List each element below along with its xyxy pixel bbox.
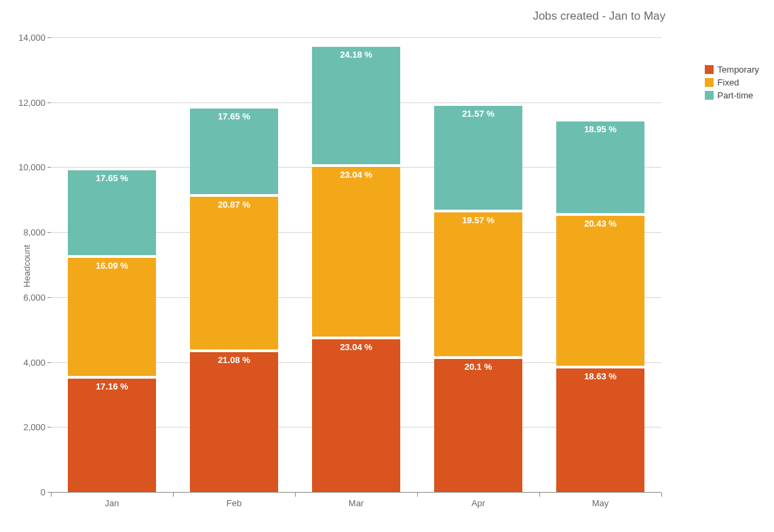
y-tick-label: 14,000 — [18, 33, 45, 43]
y-axis-label: Headcount — [22, 245, 32, 288]
bar-segment-label: 20.87 % — [190, 200, 278, 210]
bars-group: 17.16 %16.09 %17.65 %21.08 %20.87 %17.65… — [51, 37, 661, 492]
bar-column: 21.08 %20.87 %17.65 % — [190, 109, 278, 492]
legend-item-parttime: Part-time — [705, 90, 759, 100]
bar-segment-label: 17.65 % — [190, 111, 278, 121]
chart-container: Jobs created - Jan to May Headcount 02,0… — [0, 0, 774, 532]
bar-segment-temporary: 23.04 % — [312, 339, 400, 492]
y-tick-label: 0 — [41, 487, 45, 497]
bar-segment-temporary: 21.08 % — [190, 352, 278, 492]
bar-segment-label: 16.09 % — [68, 261, 156, 271]
bar-column: 17.16 %16.09 %17.65 % — [68, 170, 156, 492]
bar-segment-part-time: 17.65 % — [68, 170, 156, 255]
bar-segment-label: 21.08 % — [190, 355, 278, 365]
x-tick-label: Feb — [227, 498, 241, 508]
bar-segment-label: 23.04 % — [312, 342, 400, 352]
bar-segment-fixed: 19.57 % — [434, 212, 522, 356]
bar-column: 18.63 %20.43 %18.95 % — [556, 121, 644, 492]
bar-segment-label: 17.16 % — [68, 381, 156, 392]
legend-swatch-parttime — [705, 91, 714, 100]
plot-area: 02,0004,0006,0008,00010,00012,00014,000 … — [51, 37, 661, 492]
bar-column: 23.04 %23.04 %24.18 % — [312, 47, 400, 492]
x-tick-mark — [661, 493, 662, 497]
x-tick-mark — [417, 493, 418, 497]
bar-segment-fixed: 20.87 % — [190, 197, 278, 350]
legend-item-temporary: Temporary — [705, 64, 759, 75]
y-tick-label: 10,000 — [18, 162, 45, 172]
x-tick-label: Mar — [349, 498, 364, 508]
chart-title: Jobs created - Jan to May — [533, 10, 665, 23]
bar-segment-fixed: 23.04 % — [312, 167, 400, 337]
bar-segment-temporary: 20.1 % — [434, 359, 522, 492]
x-axis: JanFebMarAprMay — [51, 492, 661, 493]
bar-segment-label: 18.63 % — [556, 371, 644, 381]
bar-segment-label: 23.04 % — [312, 170, 400, 180]
bar-segment-label: 17.65 % — [68, 173, 156, 183]
bar-segment-part-time: 18.95 % — [556, 121, 644, 213]
y-tick-label: 4,000 — [23, 357, 45, 367]
bar-segment-label: 19.57 % — [434, 215, 522, 225]
x-tick-mark — [295, 493, 296, 497]
bar-segment-temporary: 18.63 % — [556, 368, 644, 492]
bar-segment-label: 18.95 % — [556, 124, 644, 134]
y-tick-label: 8,000 — [23, 227, 45, 238]
bar-segment-part-time: 17.65 % — [190, 109, 278, 193]
legend-swatch-temporary — [705, 65, 714, 74]
bar-segment-label: 20.1 % — [434, 362, 522, 372]
legend-swatch-fixed — [705, 78, 714, 87]
legend-label: Temporary — [718, 64, 759, 75]
bar-segment-label: 21.57 % — [434, 109, 522, 119]
x-tick-mark — [173, 493, 174, 497]
legend-label: Fixed — [718, 77, 739, 88]
bar-segment-label: 20.43 % — [556, 218, 644, 229]
legend-item-fixed: Fixed — [705, 77, 759, 88]
bar-segment-fixed: 20.43 % — [556, 216, 644, 366]
bar-segment-label: 24.18 % — [312, 50, 400, 60]
x-tick-label: Jan — [105, 498, 119, 508]
y-tick-label: 6,000 — [23, 292, 45, 302]
y-tick-label: 2,000 — [23, 422, 45, 432]
bar-column: 20.1 %19.57 %21.57 % — [434, 106, 522, 493]
x-tick-mark — [51, 493, 52, 497]
legend-label: Part-time — [718, 90, 754, 100]
x-tick-mark — [539, 493, 540, 497]
y-tick-label: 12,000 — [18, 97, 45, 107]
x-tick-label: May — [592, 498, 609, 508]
legend: Temporary Fixed Part-time — [705, 64, 759, 103]
bar-segment-part-time: 21.57 % — [434, 106, 522, 210]
x-tick-label: Apr — [471, 498, 485, 508]
bar-segment-fixed: 16.09 % — [68, 258, 156, 375]
bar-segment-temporary: 17.16 % — [68, 379, 156, 493]
bar-segment-part-time: 24.18 % — [312, 47, 400, 164]
